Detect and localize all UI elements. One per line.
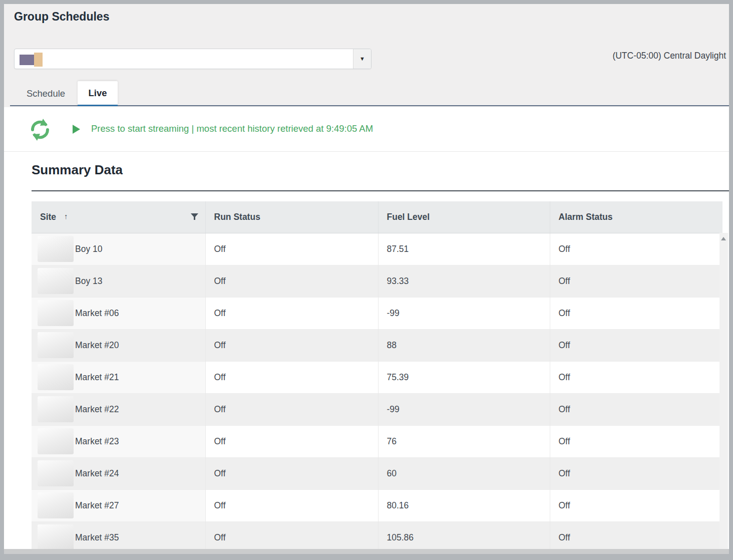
- filter-icon[interactable]: [191, 213, 198, 220]
- fuel-level-cell: -99: [378, 297, 550, 329]
- redacted-site-prefix: [38, 268, 74, 294]
- site-cell: Market #21: [32, 361, 205, 393]
- site-name: Market #23: [75, 436, 119, 447]
- site-cell: Market #24: [32, 457, 205, 489]
- table-row[interactable]: Market #35 Off 105.86 Off: [32, 521, 722, 549]
- play-icon[interactable]: [73, 125, 80, 134]
- table-row[interactable]: Market #27 Off 80.16 Off: [32, 489, 722, 521]
- table-row[interactable]: Market #06 Off -99 Off: [32, 297, 722, 329]
- redacted-site-prefix: [38, 300, 74, 326]
- run-status-cell: Off: [205, 393, 378, 425]
- site-name: Boy 13: [75, 276, 102, 287]
- fuel-level-cell: 75.39: [378, 361, 550, 393]
- tab-schedule[interactable]: Schedule: [14, 82, 78, 105]
- run-status-cell: Off: [205, 297, 378, 329]
- site-cell: Market #23: [32, 425, 205, 457]
- live-tab-content: Press to start streaming | most recent h…: [4, 107, 729, 554]
- redacted-group-name: [20, 53, 43, 67]
- stream-status-message[interactable]: Press to start streaming | most recent h…: [91, 123, 373, 134]
- column-header-run-status[interactable]: Run Status: [205, 201, 378, 233]
- run-status-cell: Off: [205, 361, 378, 393]
- stream-bar: Press to start streaming | most recent h…: [4, 107, 729, 152]
- redacted-site-prefix: [38, 428, 74, 454]
- column-header-fuel-level[interactable]: Fuel Level: [378, 201, 550, 233]
- fuel-level-cell: 76: [378, 425, 550, 457]
- table-row[interactable]: Market #24 Off 60 Off: [32, 457, 722, 489]
- refresh-icon[interactable]: [29, 118, 51, 142]
- site-name: Boy 10: [75, 244, 102, 254]
- redacted-site-prefix: [38, 524, 74, 549]
- table-row[interactable]: Boy 13 Off 93.33 Off: [32, 265, 722, 297]
- table-row[interactable]: Market #23 Off 76 Off: [32, 425, 722, 457]
- summary-table: Site ↑ Run Status Fuel Level Alarm Statu…: [32, 201, 722, 549]
- run-status-cell: Off: [205, 233, 378, 265]
- fuel-level-cell: 80.16: [378, 489, 550, 521]
- table-header-row: Site ↑ Run Status Fuel Level Alarm Statu…: [32, 201, 722, 233]
- site-name: Market #24: [75, 468, 119, 479]
- site-name: Market #21: [75, 372, 119, 383]
- run-status-cell: Off: [205, 329, 378, 361]
- chevron-down-icon: ▼: [359, 56, 365, 62]
- site-name: Market #27: [75, 500, 119, 511]
- alarm-status-cell: Off: [550, 393, 722, 425]
- fuel-level-cell: -99: [378, 393, 550, 425]
- site-cell: Market #27: [32, 489, 205, 521]
- site-cell: Market #20: [32, 329, 205, 361]
- run-status-cell: Off: [205, 457, 378, 489]
- fuel-level-cell: 87.51: [378, 233, 550, 265]
- alarm-status-cell: Off: [550, 425, 722, 457]
- table-body: Boy 10 Off 87.51 Off Boy 13 Off 93.33 Of…: [32, 233, 722, 549]
- site-cell: Boy 10: [32, 233, 205, 265]
- redacted-site-prefix: [38, 332, 74, 358]
- alarm-status-cell: Off: [550, 329, 722, 361]
- redacted-site-prefix: [38, 396, 74, 422]
- column-header-site[interactable]: Site ↑: [32, 201, 205, 233]
- dropdown-arrow-button[interactable]: ▼: [353, 49, 371, 69]
- horizontal-scrollbar[interactable]: [4, 549, 729, 554]
- table-row[interactable]: Market #22 Off -99 Off: [32, 393, 722, 425]
- page-title: Group Schedules: [14, 10, 109, 24]
- summary-grid: Site ↑ Run Status Fuel Level Alarm Statu…: [32, 201, 729, 549]
- site-cell: Market #22: [32, 393, 205, 425]
- alarm-status-cell: Off: [550, 297, 722, 329]
- redaction-block: [20, 55, 34, 65]
- alarm-status-cell: Off: [550, 233, 722, 265]
- run-status-cell: Off: [205, 265, 378, 297]
- run-status-cell: Off: [205, 425, 378, 457]
- table-row[interactable]: Market #21 Off 75.39 Off: [32, 361, 722, 393]
- sort-ascending-icon: ↑: [64, 212, 68, 220]
- alarm-status-cell: Off: [550, 457, 722, 489]
- site-header-label: Site: [40, 212, 56, 222]
- site-cell: Market #35: [32, 521, 205, 549]
- table-row[interactable]: Boy 10 Off 87.51 Off: [32, 233, 722, 265]
- group-select-combobox[interactable]: ▼: [14, 49, 372, 69]
- summary-heading: Summary Data: [32, 162, 123, 178]
- vertical-scrollbar[interactable]: [719, 233, 728, 549]
- site-name: Market #20: [75, 340, 119, 351]
- fuel-level-cell: 93.33: [378, 265, 550, 297]
- run-status-cell: Off: [205, 489, 378, 521]
- alarm-status-cell: Off: [550, 361, 722, 393]
- redacted-site-prefix: [38, 236, 74, 262]
- app-window: Group Schedules ▼ (UTC-05:00) Central Da…: [0, 0, 733, 560]
- tab-live[interactable]: Live: [78, 81, 118, 106]
- alarm-status-cell: Off: [550, 489, 722, 521]
- redacted-site-prefix: [38, 460, 74, 486]
- scroll-up-icon[interactable]: [721, 237, 726, 240]
- redacted-site-prefix: [38, 492, 74, 518]
- alarm-status-cell: Off: [550, 265, 722, 297]
- fuel-level-cell: 60: [378, 457, 550, 489]
- site-cell: Boy 13: [32, 265, 205, 297]
- site-name: Market #06: [75, 308, 119, 319]
- redaction-block: [34, 53, 43, 67]
- heading-divider: [32, 190, 729, 191]
- site-name: Market #35: [75, 532, 119, 543]
- redacted-site-prefix: [38, 364, 74, 390]
- fuel-level-cell: 105.86: [378, 521, 550, 549]
- timezone-label: (UTC-05:00) Central Daylight: [612, 51, 726, 61]
- tabstrip: Schedule Live: [10, 82, 729, 106]
- table-row[interactable]: Market #20 Off 88 Off: [32, 329, 722, 361]
- column-header-alarm-status[interactable]: Alarm Status: [550, 201, 722, 233]
- fuel-level-cell: 88: [378, 329, 550, 361]
- run-status-cell: Off: [205, 521, 378, 549]
